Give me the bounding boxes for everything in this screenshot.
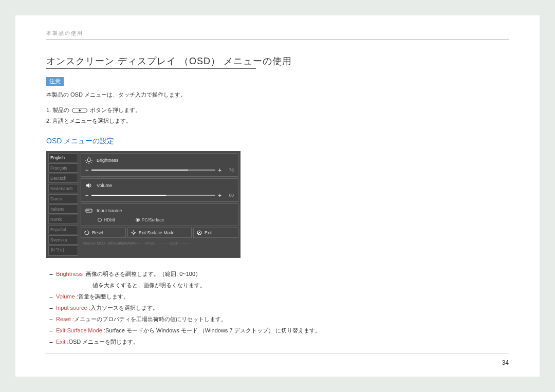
step-1-a: 1. 製品の — [46, 107, 71, 113]
input-hdmi-label: HDMI — [104, 217, 115, 222]
svg-line-6 — [91, 162, 92, 163]
brightness-value: 78 — [225, 167, 234, 173]
lang-english[interactable]: English — [48, 153, 78, 162]
language-list: English Français Deutsch Nederlands Dans… — [48, 153, 78, 256]
page-number: 34 — [502, 359, 509, 366]
plus-icon[interactable]: + — [218, 192, 221, 198]
step-1-b: ボタンを押します。 — [90, 107, 141, 113]
desc-input-source: ‒Input source :入力ソースを選択します。 — [49, 302, 509, 313]
minus-icon[interactable]: − — [85, 167, 88, 173]
exit-surface-label: Exit Surface Mode — [139, 230, 174, 235]
volume-icon — [85, 182, 92, 189]
gear-icon — [131, 230, 136, 235]
volume-value: 60 — [225, 193, 234, 198]
power-button-icon — [72, 108, 87, 113]
radio-icon — [136, 218, 140, 222]
input-pcsurface-label: PC/Surface — [142, 217, 164, 222]
divider-bottom — [46, 353, 509, 353]
exit-button[interactable]: Exit — [193, 228, 238, 238]
exit-label: Exit — [205, 230, 212, 235]
input-pcsurface-option[interactable]: PC/Surface — [136, 217, 164, 222]
input-hdmi-option[interactable]: HDMI — [98, 217, 115, 222]
svg-line-5 — [86, 158, 87, 159]
lang-nederlands[interactable]: Nederlands — [48, 184, 78, 193]
version-text: Version: MCU : MFSU40MWWAC····· · FPGA: … — [81, 240, 238, 246]
minus-icon[interactable]: − — [85, 192, 88, 198]
brightness-label: Brightness — [97, 158, 119, 163]
lang-espanol[interactable]: Español — [48, 225, 78, 234]
input-source-label: Input source — [97, 208, 122, 213]
desc-brightness: ‒Brightness :画像の明るさを調整します。（範囲: 0~100） 値を… — [49, 268, 509, 291]
lang-dansk[interactable]: Dansk — [48, 194, 78, 203]
svg-point-13 — [133, 232, 135, 234]
osd-settings-heading: OSD メニューの設定 — [46, 137, 509, 146]
step-1: 1. 製品の ボタンを押します。 — [46, 105, 509, 116]
svg-line-8 — [91, 158, 92, 159]
title-underline — [46, 68, 256, 69]
lang-korean[interactable]: 한국어 — [48, 246, 78, 256]
reset-button[interactable]: Reset — [81, 228, 126, 238]
brightness-fill — [91, 170, 188, 171]
reset-label: Reset — [92, 230, 103, 235]
lang-svenska[interactable]: Svenska — [48, 235, 78, 245]
volume-slider[interactable]: − + 60 — [85, 192, 234, 198]
intro-text: 本製品の OSD メニューは、タッチ入力で操作します。 — [46, 91, 509, 99]
radio-icon — [98, 218, 102, 222]
volume-panel: Volume − + 60 — [81, 178, 238, 202]
breadcrumb: 本製品の使用 — [46, 30, 509, 37]
page-title: オンスクリーン ディスプレイ （OSD） メニューの使用 — [46, 55, 509, 68]
steps: 1. 製品の ボタンを押します。 2. 言語とメニューを選択します。 — [46, 105, 509, 126]
step-2: 2. 言語とメニューを選択します。 — [46, 116, 509, 126]
volume-label: Volume — [97, 183, 112, 188]
desc-volume: ‒Volume :音量を調整します。 — [49, 291, 509, 302]
volume-fill — [91, 195, 165, 196]
brightness-slider[interactable]: − + 78 — [85, 167, 234, 173]
lang-norsk[interactable]: Norsk — [48, 215, 78, 224]
desc-exit-surface: ‒Exit Surface Mode :Surface モードから Window… — [49, 325, 509, 336]
close-icon — [197, 230, 202, 235]
document-page: 本製品の使用 オンスクリーン ディスプレイ （OSD） メニューの使用 注意 本… — [15, 15, 540, 377]
divider-top — [46, 39, 509, 40]
lang-francais[interactable]: Français — [48, 163, 78, 173]
lang-deutsch[interactable]: Deutsch — [48, 174, 78, 183]
exit-surface-button[interactable]: Exit Surface Mode — [127, 228, 192, 238]
osd-panel: English Français Deutsch Nederlands Dans… — [46, 151, 240, 258]
desc-exit: ‒Exit :OSD メニューを閉じます。 — [49, 336, 509, 347]
description-list: ‒Brightness :画像の明るさを調整します。（範囲: 0~100） 値を… — [46, 268, 509, 347]
notice-badge: 注意 — [46, 77, 64, 86]
desc-reset: ‒Reset :メニューのプロパティを工場出荷時の値にリセットします。 — [49, 313, 509, 325]
lang-italiano[interactable]: Italiano — [48, 204, 78, 214]
brightness-icon — [85, 157, 92, 164]
plus-icon[interactable]: + — [218, 167, 221, 173]
reset-icon — [84, 230, 89, 235]
input-source-panel: Input source HDMI PC/Surface — [81, 203, 238, 226]
svg-line-7 — [86, 162, 87, 163]
brightness-panel: Brightness − + 78 — [81, 153, 238, 177]
input-source-icon — [85, 207, 92, 214]
svg-point-0 — [87, 159, 90, 162]
